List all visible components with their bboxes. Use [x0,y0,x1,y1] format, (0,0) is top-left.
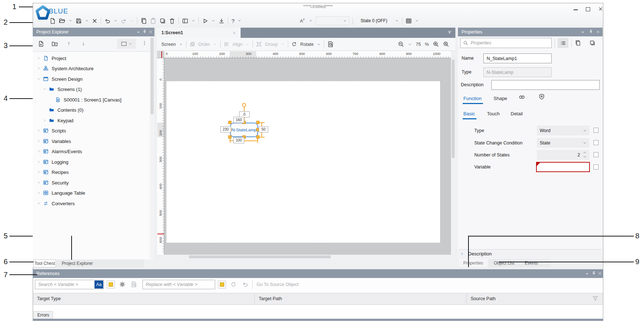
zoom-out-button[interactable] [398,41,404,47]
resize-handle[interactable] [228,121,232,124]
state-selector[interactable]: State 0 (OFF) [356,16,391,25]
chevron-right-icon[interactable] [43,119,47,122]
chevron-right-icon[interactable] [37,191,41,195]
move-up-button[interactable]: ↑ [68,40,70,46]
save-dropdown-icon[interactable] [85,19,89,23]
tree-item-screens[interactable]: Screens (1) [33,84,158,94]
panel-menu-icon[interactable] [581,30,585,34]
column-separator[interactable] [254,294,255,304]
tree-item-project[interactable]: Project [33,53,153,63]
run-simulation-button[interactable] [202,18,208,24]
table-dropdown-icon[interactable] [415,19,419,23]
order-button[interactable]: Order [198,42,210,47]
tab-object-list[interactable]: Object List [488,259,520,267]
tree-item-alarms-events[interactable]: Alarms/Events [33,146,153,156]
redo-dropdown-icon[interactable] [130,19,134,23]
tree-item-contents[interactable]: Contents (0) [33,105,165,115]
resize-handle[interactable] [256,135,259,139]
tab-errors[interactable]: Errors [33,311,53,319]
param-type-dropdown[interactable]: Word [537,126,589,135]
panel-close-icon[interactable] [149,30,153,34]
find-object-button[interactable] [327,41,334,47]
maximize-button[interactable] [586,7,590,11]
dock-mode-button[interactable] [117,39,136,49]
table-view-button[interactable] [406,18,412,24]
scrollbar-thumb[interactable] [452,60,455,158]
screen-page[interactable] [166,81,440,243]
param-state-change-dropdown[interactable]: State [537,138,589,148]
match-case-button[interactable]: Aa [94,281,103,289]
tree-item-logging[interactable]: Logging [33,157,153,167]
zoom-fit-button[interactable] [443,41,449,47]
screen-menu-button[interactable]: Screen [161,42,176,47]
open-button[interactable] [59,17,65,24]
resize-handle[interactable] [228,135,232,139]
tab-close-icon[interactable] [232,31,236,35]
order-dropdown-icon[interactable] [213,43,217,46]
find-in-document-icon[interactable] [131,281,137,287]
close-button[interactable] [598,7,603,11]
chain-link-icon[interactable] [518,94,526,100]
go-to-source-button[interactable]: Go To Source Object [257,282,299,287]
layout-dropdown-icon[interactable] [192,19,195,23]
param-variable-checkbox[interactable] [593,164,599,170]
name-input[interactable] [483,53,552,63]
tab-events[interactable]: Events [520,259,542,267]
column-separator[interactable] [466,294,467,304]
replace-input[interactable] [142,280,215,289]
group-button[interactable]: Group [265,42,278,47]
panel-close-icon[interactable] [598,271,602,275]
close-project-button[interactable] [92,18,97,24]
chevron-right-icon[interactable] [37,160,41,164]
column-target-type[interactable]: Target Type [37,296,61,301]
new-file-button[interactable] [49,18,56,24]
replace-undo-icon[interactable] [242,281,248,287]
param-type-checkbox[interactable] [593,128,599,133]
minimize-button[interactable] [573,9,578,10]
column-source-path[interactable]: Source Path [471,296,496,301]
tree-item-security[interactable]: Security [33,178,153,188]
panel-menu-icon[interactable] [585,272,589,276]
zoom-dropdown-icon[interactable] [408,43,412,46]
n-statelamp-object[interactable]: N-StateLamp [230,123,258,137]
reference-search-input[interactable] [35,280,104,289]
move-down-button[interactable]: ↓ [82,40,85,46]
spinner-down-icon[interactable] [583,155,587,159]
chevron-down-icon[interactable] [43,87,47,91]
tree-item-language-table[interactable]: Language Table [33,188,153,198]
state-dropdown-icon[interactable] [395,19,399,23]
tree-item-scripts[interactable]: Scripts [33,126,153,136]
copy-button[interactable] [141,18,147,24]
run-dropdown-icon[interactable] [212,19,215,23]
tab-detail[interactable]: Detail [511,111,523,116]
tree-item-variables[interactable]: Variables [33,136,153,146]
language-dropdown-icon[interactable] [309,19,313,23]
chevron-right-icon[interactable] [37,150,41,153]
tree-item-system-architecture[interactable]: System Architecture [33,63,153,73]
paste-button[interactable] [150,18,156,24]
rotate-dropdown-icon[interactable] [317,43,321,46]
chevron-right-icon[interactable] [37,139,41,143]
shield-icon[interactable] [539,93,545,100]
screen-dropdown-icon[interactable] [179,43,183,46]
param-num-states-spinner[interactable]: 2 [537,150,589,160]
rotate-button[interactable]: Rotate [300,42,314,47]
add-folder-button[interactable] [52,41,58,47]
resize-handle[interactable] [256,121,259,124]
undo-dropdown-icon[interactable] [114,19,117,23]
description-input[interactable] [491,80,600,90]
tab-function[interactable]: Function [463,96,482,101]
chevron-right-icon[interactable] [37,202,41,205]
panel-menu-icon[interactable] [136,30,140,34]
align-button[interactable]: Align [233,42,243,47]
save-button[interactable] [76,18,82,24]
properties-search-input[interactable] [460,38,552,48]
chevron-right-icon[interactable] [37,56,41,60]
tab-basic[interactable]: Basic [463,111,475,116]
tab-properties[interactable]: Properties [459,259,488,267]
chevron-right-icon[interactable] [37,181,41,184]
group-dropdown-icon[interactable] [281,43,285,46]
pin-icon[interactable] [142,29,147,34]
chevron-down-icon[interactable] [37,77,41,81]
tab-project-explorer[interactable]: Project Explorer [57,259,144,267]
